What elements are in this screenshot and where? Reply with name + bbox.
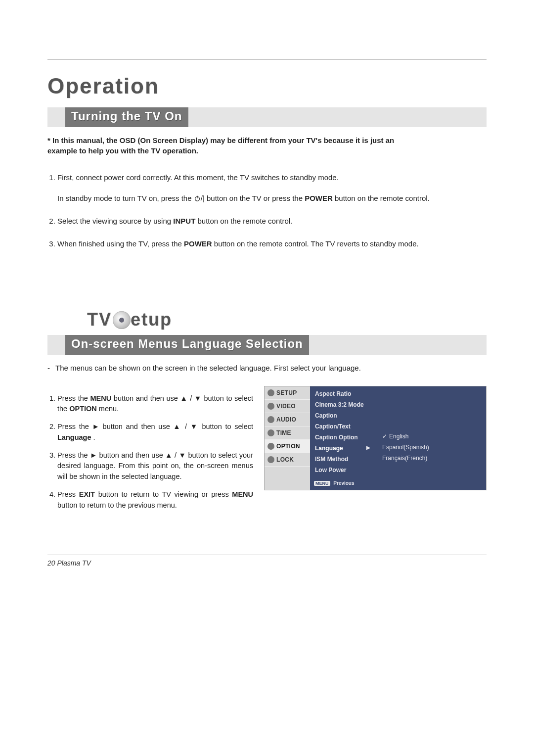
up-arrow-icon: ▲	[180, 394, 188, 402]
turn-on-steps: First, connect power cord correctly. At …	[47, 172, 487, 250]
osd-lang-french[interactable]: Français(French)	[377, 453, 486, 464]
step-1: First, connect power cord correctly. At …	[57, 172, 487, 204]
osd-tab-option[interactable]: OPTION	[265, 440, 310, 453]
s2a: Press the	[57, 423, 92, 430]
s4a: Press	[57, 490, 79, 498]
tv-setup-heading-row: TV Setup	[47, 309, 487, 331]
osd-mid-1[interactable]: Cinema 3:2 Mode	[310, 399, 377, 410]
osd-tab-audio[interactable]: AUDIO	[265, 413, 310, 426]
slash-2: /	[185, 423, 190, 430]
s1a: Press the	[57, 394, 90, 402]
setup-icon	[267, 389, 274, 396]
down-arrow-icon-2: ▼	[190, 423, 199, 430]
step-3-pre: When finished using the TV, press the	[57, 239, 184, 248]
page-footer: 20 Plasma TV	[47, 559, 487, 567]
check-icon: ✓	[382, 433, 387, 440]
s4d: MENU	[232, 490, 253, 498]
s1e: OPTION	[69, 405, 97, 413]
step-2: Select the viewing source by using INPUT…	[57, 215, 487, 227]
s2e: .	[93, 433, 95, 441]
right-arrow-icon-2: ►	[90, 451, 97, 459]
dash-glyph: -	[47, 364, 55, 372]
osd-tab-label-1: VIDEO	[276, 403, 296, 410]
osd-note: * In this manual, the OSD (On Screen Dis…	[47, 135, 487, 156]
language-steps: Press the MENU button and then use ▲ / ▼…	[47, 393, 253, 518]
step-3: When finished using the TV, press the PO…	[57, 238, 487, 250]
osd-mid-7[interactable]: Low Power	[310, 465, 377, 475]
right-arrow-icon-1: ►	[92, 423, 99, 430]
osd-tab-label-2: AUDIO	[276, 416, 296, 423]
chevron-right-icon: ▶	[366, 445, 370, 450]
manual-page: Operation Turning the TV On * In this ma…	[0, 0, 534, 756]
s4b: EXIT	[79, 490, 95, 498]
s3a: Press the	[57, 451, 90, 459]
osd-mid-0[interactable]: Aspect Ratio	[310, 388, 377, 399]
language-note: - The menus can be shown on the screen i…	[47, 364, 487, 372]
step-1-a: First, connect power cord correctly. At …	[57, 173, 339, 182]
power-icon	[194, 193, 201, 200]
down-arrow-icon-3: ▼	[178, 451, 186, 459]
s4c: button to return to TV viewing or press	[98, 490, 232, 498]
s1f: menu.	[99, 405, 119, 413]
language-two-col: Press the MENU button and then use ▲ / ▼…	[47, 386, 487, 525]
step-1-b-post: button on the TV or press the	[207, 194, 305, 202]
video-icon	[267, 403, 274, 410]
top-rule	[47, 59, 487, 60]
bar-glyph: |	[203, 194, 205, 202]
section-band-2: On-screen Menus Language Selection	[47, 335, 487, 355]
osd-tab-label-0: SETUP	[276, 389, 297, 396]
osd-lang-english[interactable]: ✓English	[377, 431, 486, 442]
step-2-pre: Select the viewing source by using	[57, 217, 173, 225]
osd-mid-5-label: Language	[315, 445, 343, 452]
osd-tab-time[interactable]: TIME	[265, 426, 310, 440]
s2b: button and then use	[103, 423, 174, 430]
step-1-b: In standby mode to turn TV on, press the…	[57, 192, 487, 204]
lang-step-3: Press the ► button and then use ▲ / ▼ bu…	[57, 450, 253, 482]
step-3-post: button on the remote control. The TV rev…	[214, 239, 419, 248]
note-line-1: * In this manual, the OSD (On Screen Dis…	[47, 136, 394, 144]
lock-icon	[267, 456, 274, 463]
osd-right-spacer	[377, 388, 486, 431]
option-icon	[267, 443, 274, 450]
s3b: button and then use	[99, 451, 165, 459]
section-heading-2: On-screen Menus Language Selection	[65, 335, 309, 355]
osd-panel: SETUP VIDEO AUDIO TIME OPTION LOCK Aspec…	[264, 386, 487, 490]
step-1-b-pre: In standby mode to turn TV on, press the	[57, 194, 194, 202]
step-3-bold: POWER	[184, 239, 212, 248]
lang-step-4: Press EXIT button to return to TV viewin…	[57, 489, 253, 511]
osd-footer-text: Previous	[333, 480, 354, 486]
s4e: button to return to the previous menu.	[57, 501, 177, 509]
osd-mid-2[interactable]: Caption	[310, 410, 377, 421]
osd-tabs: SETUP VIDEO AUDIO TIME OPTION LOCK	[265, 386, 310, 490]
s1c: button and then use	[114, 394, 180, 402]
osd-mid-language[interactable]: Language ▶	[310, 443, 377, 454]
osd-mid-3[interactable]: Caption/Text	[310, 421, 377, 432]
osd-tab-lock[interactable]: LOCK	[265, 453, 310, 467]
step-2-post: button on the remote control.	[197, 217, 292, 225]
section-band-1: Turning the TV On	[47, 107, 487, 127]
osd-footer: MENU Previous	[310, 478, 377, 488]
osd-tab-label-5: LOCK	[276, 456, 294, 463]
osd-lang-spanish[interactable]: Español(Spanish)	[377, 442, 486, 453]
osd-tab-label-3: TIME	[276, 429, 291, 436]
up-arrow-icon-2: ▲	[173, 423, 181, 430]
osd-tab-setup[interactable]: SETUP	[265, 386, 310, 400]
note-line-2: example to help you with the TV operatio…	[47, 146, 198, 155]
osd-language-submenu: ✓English Español(Spanish) Français(Frenc…	[377, 386, 486, 490]
osd-mid-6[interactable]: ISM Method	[310, 454, 377, 465]
osd-tab-label-4: OPTION	[276, 443, 300, 450]
s1b: MENU	[90, 394, 112, 402]
osd-tab-video[interactable]: VIDEO	[265, 400, 310, 413]
bullet-circle-icon	[113, 311, 131, 329]
osd-lang-0: English	[389, 433, 408, 440]
page-title: Operation	[47, 74, 487, 98]
osd-mid-4[interactable]: Caption Option	[310, 432, 377, 443]
step-1-b-end: button on the remote control.	[335, 194, 430, 202]
step-2-bold: INPUT	[173, 217, 195, 225]
time-icon	[267, 429, 274, 436]
s2d: Language	[57, 433, 91, 441]
s2c: button to select	[202, 423, 253, 430]
down-arrow-icon: ▼	[194, 394, 202, 402]
section-heading-1: Turning the TV On	[65, 107, 188, 127]
osd-option-list: Aspect Ratio Cinema 3:2 Mode Caption Cap…	[310, 386, 377, 490]
